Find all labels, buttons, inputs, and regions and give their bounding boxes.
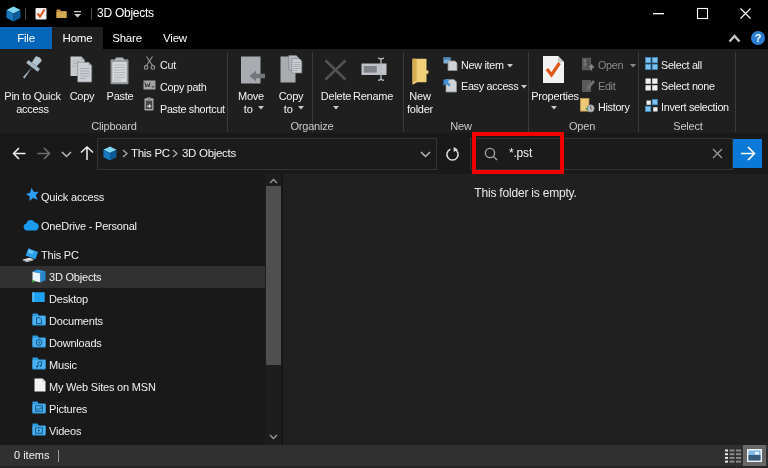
svg-text:?: ? — [755, 32, 762, 44]
